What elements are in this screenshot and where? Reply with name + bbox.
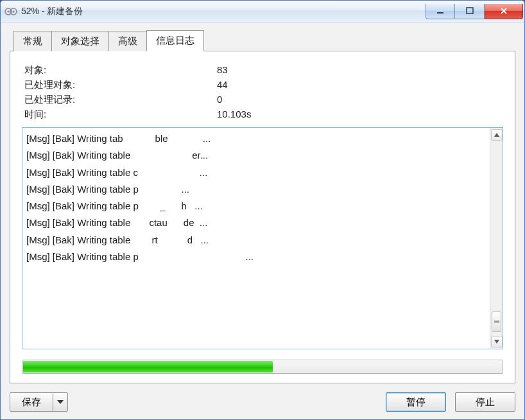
tabpage-info-log: 对象: 83 已处理对象: 44 已处理记录: 0 时间: 10.103s [M… [10, 51, 515, 383]
save-dropdown-arrow[interactable] [53, 393, 67, 411]
processed-objects-value: 44 [217, 79, 503, 91]
objects-label: 对象: [24, 64, 217, 76]
processed-records-label: 已处理记录: [24, 94, 217, 106]
tab-info-log[interactable]: 信息日志 [146, 30, 204, 51]
pause-button[interactable]: 暂停 [386, 392, 446, 412]
progress-fill [23, 361, 273, 372]
svg-line-6 [501, 8, 506, 13]
maximize-button[interactable] [455, 4, 485, 19]
time-value: 10.103s [217, 109, 503, 121]
processed-objects-label: 已处理对象: [24, 79, 217, 91]
app-icon [4, 6, 17, 17]
stats-grid: 对象: 83 已处理对象: 44 已处理记录: 0 时间: 10.103s [22, 64, 503, 121]
scroll-down-icon[interactable] [491, 336, 503, 347]
svg-line-7 [501, 8, 506, 13]
log-textarea[interactable]: [Msg] [Bak] Writing tab ble ... [Msg] [B… [22, 127, 503, 349]
titlebar[interactable]: 52% - 新建备份 [1, 1, 524, 22]
window-controls [426, 4, 523, 19]
save-button[interactable]: 保存 [10, 393, 53, 411]
minimize-button[interactable] [426, 4, 455, 19]
svg-point-2 [8, 10, 10, 12]
svg-point-3 [13, 10, 15, 12]
close-button[interactable] [485, 4, 523, 19]
window-title: 52% - 新建备份 [21, 6, 83, 17]
save-split-button[interactable]: 保存 [10, 392, 68, 412]
scroll-thumb[interactable] [492, 311, 501, 332]
tab-object-select[interactable]: 对象选择 [51, 31, 109, 51]
svg-marker-9 [494, 340, 499, 344]
backup-progress-window: 52% - 新建备份 常规 对象选择 高级 信息日志 [0, 0, 525, 420]
stop-button[interactable]: 停止 [455, 392, 515, 412]
client-area: 常规 对象选择 高级 信息日志 对象: 83 已处理对象: 44 已处理记录: … [1, 22, 524, 419]
tab-advanced[interactable]: 高级 [108, 31, 147, 51]
objects-value: 83 [217, 64, 503, 76]
processed-records-value: 0 [217, 94, 503, 106]
svg-rect-4 [437, 12, 443, 13]
log-content: [Msg] [Bak] Writing tab ble ... [Msg] [B… [22, 128, 490, 349]
svg-rect-5 [467, 8, 473, 13]
log-scrollbar[interactable] [490, 128, 503, 349]
svg-marker-8 [494, 133, 499, 137]
tab-general[interactable]: 常规 [13, 31, 52, 51]
time-label: 时间: [24, 109, 217, 121]
progress-bar [22, 360, 503, 374]
scroll-up-icon[interactable] [491, 129, 503, 141]
scroll-track[interactable] [490, 142, 503, 335]
svg-marker-10 [57, 400, 64, 404]
tabstrip: 常规 对象选择 高级 信息日志 [13, 30, 515, 51]
bottom-button-bar: 保存 暂停 停止 [10, 392, 515, 412]
